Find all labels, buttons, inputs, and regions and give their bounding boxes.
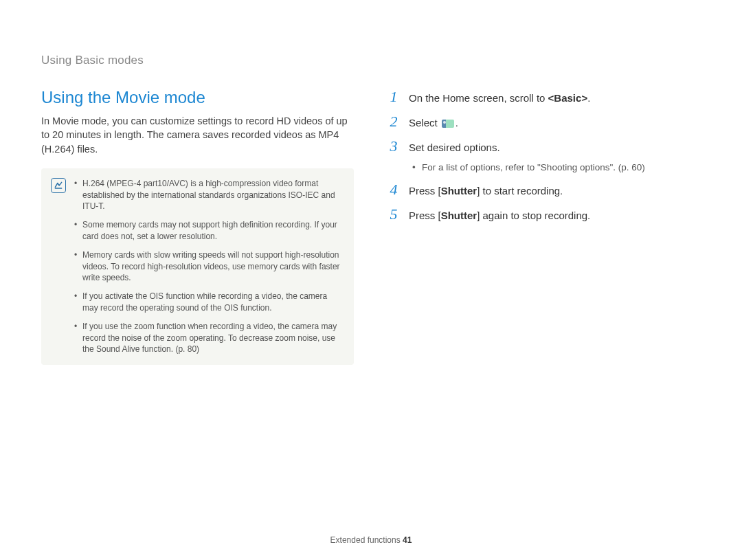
step-text-bold: Shutter bbox=[441, 185, 477, 197]
movie-mode-icon bbox=[442, 120, 454, 128]
step-text-fragment: . bbox=[587, 92, 590, 104]
note-item: Memory cards with slow writing speeds wi… bbox=[74, 249, 344, 284]
step-3-sub: For a list of options, refer to "Shootin… bbox=[412, 162, 701, 172]
step-text: Press [Shutter] again to stop recording. bbox=[409, 208, 590, 223]
step-number: 4 bbox=[388, 181, 399, 199]
note-item: Some memory cards may not support high d… bbox=[74, 219, 344, 243]
breadcrumb: Using Basic modes bbox=[41, 54, 701, 67]
note-item: H.264 (MPEG-4 part10/AVC) is a high-comp… bbox=[74, 178, 344, 212]
step-number: 1 bbox=[388, 88, 399, 106]
page-footer: Extended functions 41 bbox=[0, 535, 742, 545]
step-text-bold: <Basic> bbox=[548, 92, 588, 104]
step-text-fragment: ] again to stop recording. bbox=[477, 210, 590, 221]
note-icon bbox=[51, 178, 66, 193]
step-text: Press [Shutter] to start recording. bbox=[409, 183, 563, 198]
step-text: Set desired options. bbox=[409, 140, 500, 155]
step-3: 3 Set desired options. bbox=[388, 137, 701, 155]
step-text-fragment: Press [ bbox=[409, 210, 441, 221]
note-item: If you activate the OIS function while r… bbox=[74, 291, 344, 314]
step-number: 3 bbox=[388, 137, 399, 155]
step-number: 2 bbox=[388, 113, 399, 131]
step-5: 5 Press [Shutter] again to stop recordin… bbox=[388, 205, 701, 223]
step-text-fragment: ] to start recording. bbox=[477, 185, 563, 197]
step-4: 4 Press [Shutter] to start recording. bbox=[388, 181, 701, 199]
step-text: Select . bbox=[409, 115, 458, 130]
section-title: Using the Movie mode bbox=[41, 88, 354, 107]
page-number: 41 bbox=[403, 535, 412, 545]
step-2: 2 Select . bbox=[388, 113, 701, 131]
notes-list: H.264 (MPEG-4 part10/AVC) is a high-comp… bbox=[74, 178, 344, 355]
left-column: Using the Movie mode In Movie mode, you … bbox=[41, 88, 354, 365]
footer-section-label: Extended functions bbox=[330, 535, 403, 545]
notes-box: H.264 (MPEG-4 part10/AVC) is a high-comp… bbox=[41, 168, 354, 365]
step-text-bold: Shutter bbox=[441, 210, 477, 221]
note-item: If you use the zoom function when record… bbox=[74, 321, 344, 355]
step-text-fragment: . bbox=[456, 117, 458, 128]
step-text-fragment: On the Home screen, scroll to bbox=[409, 92, 548, 104]
step-text-fragment: Select bbox=[409, 117, 440, 128]
step-1: 1 On the Home screen, scroll to <Basic>. bbox=[388, 88, 701, 106]
intro-text: In Movie mode, you can customize setting… bbox=[41, 114, 354, 156]
step-number: 5 bbox=[388, 205, 399, 223]
step-text: On the Home screen, scroll to <Basic>. bbox=[409, 91, 590, 105]
right-column: 1 On the Home screen, scroll to <Basic>.… bbox=[388, 88, 701, 365]
step-text-fragment: Press [ bbox=[409, 185, 441, 197]
